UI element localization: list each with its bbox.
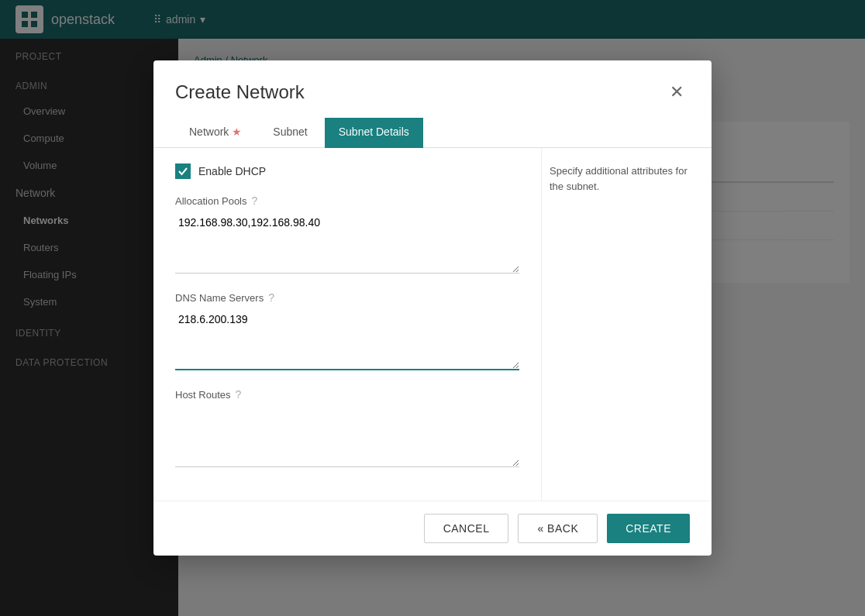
host-routes-label-text: Host Routes: [175, 389, 231, 401]
host-routes-label: Host Routes ?: [175, 388, 519, 401]
host-routes-input[interactable]: [175, 405, 519, 467]
tab-subnet-details[interactable]: Subnet Details: [325, 118, 423, 148]
enable-dhcp-row: Enable DHCP: [175, 163, 519, 179]
tab-network[interactable]: Network ★: [175, 118, 256, 148]
tab-subnet-label: Subnet: [273, 126, 307, 138]
cancel-button[interactable]: CANCEL: [424, 514, 509, 543]
allocation-pools-label-text: Allocation Pools: [175, 195, 247, 207]
back-button[interactable]: « BACK: [518, 514, 598, 543]
dns-name-servers-label: DNS Name Servers ?: [175, 291, 519, 304]
host-routes-help-icon[interactable]: ?: [236, 388, 242, 401]
create-button[interactable]: CREATE: [607, 514, 690, 543]
dns-name-servers-group: DNS Name Servers ?: [175, 291, 519, 373]
modal-body: Enable DHCP Allocation Pools ? DNS Name …: [153, 148, 712, 501]
allocation-pools-help-icon[interactable]: ?: [252, 194, 258, 207]
tab-required-icon: ★: [232, 126, 242, 138]
modal-header: Create Network ✕: [153, 60, 712, 118]
allocation-pools-label: Allocation Pools ?: [175, 194, 519, 207]
modal-form: Enable DHCP Allocation Pools ? DNS Name …: [153, 148, 541, 501]
tab-subnet-details-label: Subnet Details: [339, 126, 409, 138]
modal-footer: CANCEL « BACK CREATE: [153, 501, 712, 556]
allocation-pools-input[interactable]: [175, 212, 519, 274]
modal-overlay: Create Network ✕ Network ★ Subnet Subnet…: [0, 0, 865, 616]
enable-dhcp-checkbox[interactable]: [175, 163, 191, 179]
tab-network-label: Network: [189, 126, 229, 138]
tab-subnet[interactable]: Subnet: [259, 118, 321, 148]
dns-name-servers-label-text: DNS Name Servers: [175, 292, 264, 304]
modal-close-button[interactable]: ✕: [663, 79, 690, 105]
create-network-modal: Create Network ✕ Network ★ Subnet Subnet…: [153, 60, 712, 556]
modal-tabs: Network ★ Subnet Subnet Details: [153, 118, 712, 148]
host-routes-group: Host Routes ?: [175, 388, 519, 470]
dns-name-servers-help-icon[interactable]: ?: [268, 291, 274, 304]
dns-name-servers-input[interactable]: [175, 308, 519, 370]
allocation-pools-group: Allocation Pools ?: [175, 194, 519, 276]
modal-sidebar-description: Specify additional attributes for the su…: [541, 148, 712, 501]
modal-title: Create Network: [175, 81, 305, 103]
enable-dhcp-label: Enable DHCP: [198, 165, 266, 177]
